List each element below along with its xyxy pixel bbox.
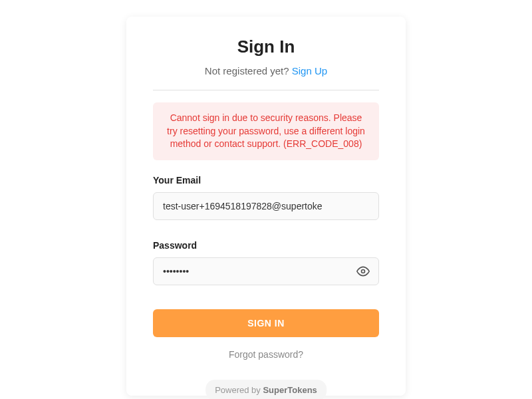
show-password-icon[interactable]: [356, 265, 370, 278]
error-message: Cannot sign in due to security reasons. …: [153, 102, 379, 160]
footer-prefix: Powered by: [215, 385, 263, 395]
signin-card: Sign In Not registered yet? Sign Up Cann…: [126, 17, 406, 396]
footer-brand: SuperTokens: [263, 385, 317, 395]
email-input-wrap: [153, 192, 379, 220]
password-label: Password: [153, 240, 379, 251]
signup-prompt-text: Not registered yet?: [205, 65, 292, 76]
divider: [153, 90, 379, 90]
forgot-password-link[interactable]: Forgot password?: [153, 349, 379, 360]
email-field[interactable]: [153, 192, 379, 220]
password-field[interactable]: [153, 257, 379, 285]
password-input-wrap: [153, 257, 379, 285]
email-label: Your Email: [153, 175, 379, 186]
page-title: Sign In: [153, 37, 379, 57]
signup-link[interactable]: Sign Up: [292, 65, 327, 76]
signin-button[interactable]: SIGN IN: [153, 309, 379, 337]
svg-point-0: [362, 269, 365, 273]
signup-prompt: Not registered yet? Sign Up: [153, 65, 379, 76]
footer-attribution: Powered by SuperTokens: [205, 380, 327, 399]
